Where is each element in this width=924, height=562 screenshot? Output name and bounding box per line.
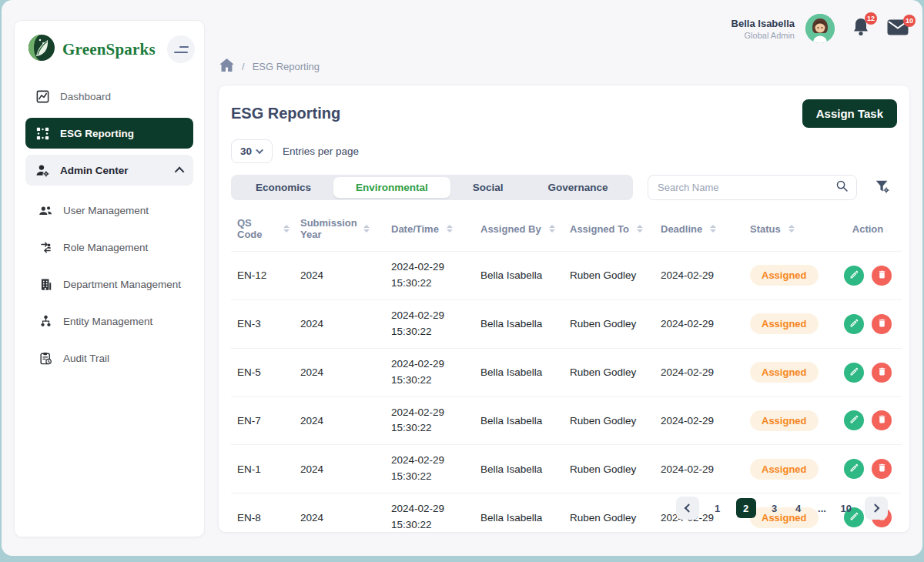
user-role: Global Admin (732, 31, 795, 40)
cell-submission-year: 2024 (294, 348, 385, 396)
chevron-down-icon (256, 146, 263, 154)
esg-grid-icon (35, 125, 50, 141)
cell-assigned-to: Ruben Godley (564, 493, 654, 541)
messages-button[interactable]: 10 (887, 19, 909, 38)
cell-qs-code: EN-5 (231, 348, 294, 396)
cell-action (832, 252, 902, 300)
sidebar-item-department-management[interactable]: Department Management (28, 269, 193, 299)
cell-status: Assigned (744, 396, 832, 445)
sidebar-item-role-management[interactable]: Role Management (28, 232, 193, 263)
sidebar: GreenSparks Dashboard (14, 20, 205, 537)
page-number-1[interactable]: 1 (712, 503, 723, 514)
audit-clipboard-clock-icon (38, 350, 53, 366)
cell-status: Assigned (744, 299, 832, 348)
sidebar-toggle-button[interactable] (167, 35, 195, 63)
user-meta: Bella Isabella Global Admin (732, 18, 795, 40)
tab-governance[interactable]: Governance (526, 177, 631, 198)
sidebar-item-audit-trail[interactable]: Audit Trail (28, 343, 193, 373)
header-submission-year[interactable]: Submission Year (294, 206, 385, 252)
cell-qs-code: EN-7 (231, 396, 294, 445)
header-qs-code[interactable]: QS Code (231, 206, 294, 252)
sidebar-item-entity-management[interactable]: Entity Management (28, 306, 193, 336)
page-ellipsis: ... (817, 503, 828, 514)
admin-center-submenu: User Management Role Management (25, 192, 193, 373)
sort-icon (283, 225, 290, 232)
page-title: ESG Reporting (231, 105, 340, 122)
sidebar-item-label: Department Management (63, 279, 181, 290)
sidebar-item-dashboard[interactable]: Dashboard (25, 81, 193, 112)
category-tabs: Economics Environmental Social Governanc… (231, 175, 633, 200)
page-number-10[interactable]: 10 (841, 503, 852, 514)
cell-date-time: 2024-02-2915:30:22 (385, 445, 474, 493)
brand-row: GreenSparks (15, 21, 204, 81)
esg-table: QS Code Submission Year Date/Time Assign… (231, 206, 902, 541)
status-badge: Assigned (750, 362, 819, 383)
cell-deadline: 2024-02-29 (654, 348, 744, 396)
page-number-3[interactable]: 3 (769, 503, 780, 514)
header-date-time[interactable]: Date/Time (385, 206, 474, 252)
cell-action (832, 299, 902, 348)
edit-button[interactable] (844, 459, 864, 479)
entries-per-page-select[interactable]: 30 (231, 139, 273, 163)
trash-icon (877, 366, 887, 379)
cell-status: Assigned (744, 252, 832, 300)
page-number-4[interactable]: 4 (793, 503, 804, 514)
tab-environmental[interactable]: Environmental (333, 177, 450, 198)
table-row: EN-1220242024-02-2915:30:22Bella Isabell… (231, 252, 902, 300)
header-deadline[interactable]: Deadline (654, 206, 744, 252)
delete-button[interactable] (872, 410, 892, 430)
cell-submission-year: 2024 (294, 396, 385, 445)
building-icon (38, 276, 53, 292)
sort-icon (549, 225, 555, 232)
delete-button[interactable] (872, 266, 892, 286)
user-name: Bella Isabella (732, 18, 795, 29)
message-count-badge: 10 (903, 15, 916, 27)
tab-social[interactable]: Social (450, 177, 526, 198)
role-sync-person-icon (38, 239, 53, 255)
pencil-icon (849, 414, 859, 427)
edit-button[interactable] (844, 314, 864, 334)
sidebar-item-admin-center[interactable]: Admin Center (25, 155, 193, 186)
sidebar-item-label: Entity Management (63, 316, 152, 327)
sort-icon (363, 225, 370, 232)
pagination: 1 2 3 4 ... 10 (676, 497, 888, 520)
next-page-button[interactable] (865, 497, 888, 520)
dashboard-chart-icon (35, 89, 50, 104)
cell-assigned-to: Ruben Godley (564, 348, 654, 396)
cell-date-time: 2024-02-2915:30:22 (385, 493, 474, 541)
delete-button[interactable] (872, 314, 892, 334)
avatar[interactable] (805, 14, 835, 43)
breadcrumb-separator: / (242, 61, 245, 72)
brand-name: GreenSparks (62, 40, 156, 59)
cell-assigned-by: Bella Isabella (474, 396, 564, 445)
cell-assigned-to: Ruben Godley (564, 396, 654, 445)
cell-deadline: 2024-02-29 (654, 445, 744, 493)
home-icon[interactable] (219, 59, 234, 74)
assign-task-button[interactable]: Assign Task (802, 99, 897, 128)
sidebar-item-user-management[interactable]: User Management (28, 195, 193, 226)
search-input[interactable] (658, 182, 829, 193)
notifications-button[interactable]: 12 (852, 17, 870, 40)
trash-icon (877, 318, 887, 330)
edit-button[interactable] (844, 363, 864, 383)
edit-button[interactable] (844, 266, 864, 286)
tab-economics[interactable]: Economics (233, 177, 333, 198)
cell-action (832, 396, 902, 445)
sidebar-item-esg-reporting[interactable]: ESG Reporting (25, 118, 193, 149)
header-status[interactable]: Status (744, 206, 832, 252)
filter-button[interactable] (874, 178, 891, 197)
previous-page-button[interactable] (676, 497, 699, 520)
filter-funnel-icon (874, 186, 891, 197)
edit-button[interactable] (844, 410, 864, 430)
search-icon[interactable] (835, 179, 849, 196)
cell-assigned-by: Bella Isabella (474, 252, 564, 300)
header-assigned-by[interactable]: Assigned By (474, 206, 564, 252)
breadcrumb-current: ESG Reporting (253, 61, 320, 72)
delete-button[interactable] (872, 459, 892, 479)
cell-qs-code: EN-8 (231, 493, 294, 541)
page-number-2-active[interactable]: 2 (736, 498, 756, 518)
delete-button[interactable] (872, 363, 892, 383)
cell-assigned-to: Ruben Godley (564, 252, 654, 300)
header-assigned-to[interactable]: Assigned To (564, 206, 654, 252)
esg-reporting-card: ESG Reporting Assign Task 30 Entries per… (218, 85, 910, 533)
